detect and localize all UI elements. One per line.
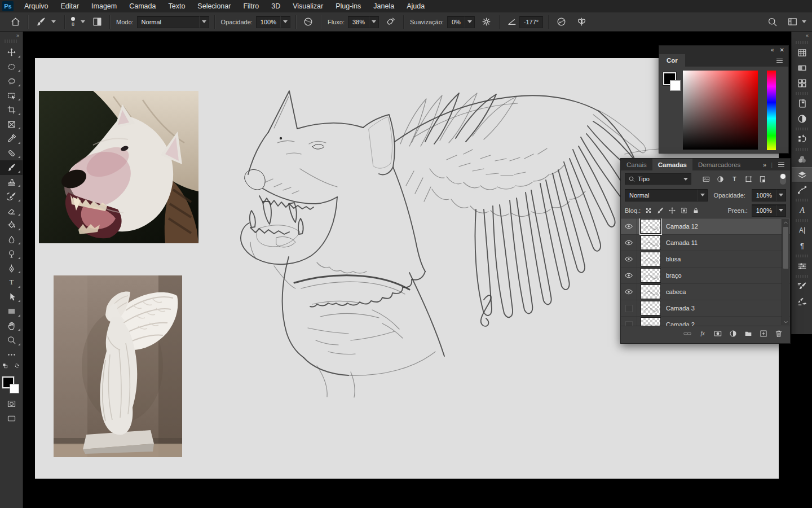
history-icon[interactable] xyxy=(792,132,812,147)
menu-item-imagem[interactable]: Imagem xyxy=(85,0,123,12)
layers-scrollbar[interactable] xyxy=(782,219,789,325)
layer-thumbnail[interactable] xyxy=(641,268,661,283)
layer-thumbnail[interactable] xyxy=(641,317,661,326)
gradients-icon[interactable] xyxy=(792,60,812,76)
filter-adjustment-layers-icon[interactable] xyxy=(713,173,727,185)
brush-tool[interactable] xyxy=(0,160,23,175)
lock-all-icon[interactable] xyxy=(692,207,700,214)
layer-visibility-empty[interactable] xyxy=(621,300,637,316)
brush-size-preview[interactable]: 8 xyxy=(71,17,75,27)
scroll-up-icon[interactable] xyxy=(782,219,789,226)
lock-position-icon[interactable] xyxy=(668,207,676,214)
lock-pixels-icon[interactable] xyxy=(656,207,664,214)
eraser-tool[interactable] xyxy=(0,204,23,218)
delete-layer-icon[interactable] xyxy=(774,329,783,338)
edit-toolbar[interactable] xyxy=(0,348,23,362)
default-colors-icon[interactable] xyxy=(2,363,8,369)
add-layer-mask-icon[interactable] xyxy=(713,329,722,338)
eyedropper-tool[interactable] xyxy=(0,132,23,146)
marquee-tool[interactable] xyxy=(0,60,23,75)
opacity-select[interactable]: 100% xyxy=(256,16,290,28)
layer-styles-icon[interactable]: fx xyxy=(698,329,707,338)
tab-camadas[interactable]: Camadas xyxy=(652,159,692,170)
panel-collapse-icon[interactable]: « xyxy=(771,47,774,53)
scrollbar-thumb[interactable] xyxy=(783,227,788,269)
adjustments-icon[interactable] xyxy=(792,111,812,126)
home-icon[interactable] xyxy=(8,15,23,29)
new-group-icon[interactable] xyxy=(744,329,753,338)
move-tool[interactable] xyxy=(0,45,23,60)
flow-select[interactable]: 38% xyxy=(348,16,379,28)
layer-row[interactable]: Camada 11 xyxy=(621,235,790,251)
layer-thumbnail[interactable] xyxy=(641,301,661,316)
hand-tool[interactable] xyxy=(0,319,23,334)
patterns-icon[interactable] xyxy=(792,76,812,91)
menu-item-selecionar[interactable]: Selecionar xyxy=(191,0,237,12)
angle-input[interactable]: -177° xyxy=(519,16,543,28)
menu-item-filtro[interactable]: Filtro xyxy=(237,0,265,12)
lock-artboard-icon[interactable] xyxy=(680,207,688,214)
menu-item-camada[interactable]: Camada xyxy=(123,0,162,12)
layer-row[interactable]: blusa xyxy=(621,251,790,268)
layer-row[interactable]: cabeca xyxy=(621,284,790,300)
menu-item-visualizar[interactable]: Visualizar xyxy=(286,0,329,12)
character-icon[interactable]: A xyxy=(792,223,812,238)
pressure-size-icon[interactable] xyxy=(554,15,568,29)
layer-thumbnail[interactable] xyxy=(641,284,661,299)
layer-thumbnail[interactable] xyxy=(641,235,661,250)
zoom-tool[interactable] xyxy=(0,333,23,348)
new-layer-icon[interactable] xyxy=(759,329,768,338)
layers-icon[interactable] xyxy=(792,167,812,182)
layer-fill-select[interactable]: 100% xyxy=(752,204,786,217)
dock-grip[interactable] xyxy=(796,275,808,278)
pen-tool[interactable] xyxy=(0,261,23,276)
layer-visibility-eye-icon[interactable] xyxy=(621,218,637,234)
menu-item-editar[interactable]: Editar xyxy=(54,0,85,12)
crop-tool[interactable] xyxy=(0,103,23,117)
dock-grip[interactable] xyxy=(796,128,808,130)
swap-colors-icon[interactable] xyxy=(14,362,20,369)
filter-smart-objects-icon[interactable] xyxy=(756,173,769,185)
paint-bucket-tool[interactable] xyxy=(0,218,23,233)
pressure-opacity-icon[interactable] xyxy=(301,15,316,29)
clone-stamp-tool[interactable] xyxy=(0,175,23,190)
properties-icon[interactable] xyxy=(792,259,812,274)
menu-item-arquivo[interactable]: Arquivo xyxy=(18,0,54,12)
layer-visibility-eye-icon[interactable] xyxy=(621,268,637,283)
paint-symmetry-icon[interactable] xyxy=(574,15,589,29)
history-brush-tool[interactable] xyxy=(0,189,23,204)
workspace-icon[interactable] xyxy=(785,15,800,29)
blur-tool[interactable] xyxy=(0,233,23,247)
layer-row[interactable]: braço xyxy=(621,268,790,284)
filter-type-layers-icon[interactable]: T xyxy=(727,173,741,185)
panel-close-icon[interactable]: ✕ xyxy=(780,47,784,53)
saturation-brightness-field[interactable] xyxy=(683,71,758,150)
glyphs-icon[interactable]: A xyxy=(792,203,812,218)
paths-icon[interactable] xyxy=(792,182,812,198)
tab-canais[interactable]: Canais xyxy=(621,159,652,170)
screen-mode-icon[interactable] xyxy=(0,411,23,426)
background-color-swatch[interactable] xyxy=(10,384,19,393)
brushes-icon[interactable] xyxy=(792,294,812,309)
brush-tool-preset-icon[interactable] xyxy=(33,15,48,29)
gear-icon[interactable] xyxy=(479,15,494,29)
menu-item-texto[interactable]: Texto xyxy=(162,0,191,12)
menu-item-janela[interactable]: Janela xyxy=(367,0,400,12)
dock-grip[interactable] xyxy=(796,199,808,202)
menu-item-ajuda[interactable]: Ajuda xyxy=(400,0,431,12)
panel-menu-icon[interactable] xyxy=(777,160,785,169)
dock-grip[interactable] xyxy=(796,41,808,44)
layer-row[interactable]: Camada 3 xyxy=(621,300,790,317)
layer-visibility-eye-icon[interactable] xyxy=(621,284,637,300)
type-tool[interactable]: T xyxy=(0,275,23,290)
chevron-down-icon[interactable] xyxy=(51,20,56,23)
background-color-swatch[interactable] xyxy=(670,80,681,91)
color-mixer-icon[interactable] xyxy=(792,152,812,167)
lasso-tool[interactable] xyxy=(0,74,23,89)
layer-row[interactable]: Camada 2 xyxy=(621,317,790,326)
quick-mask-icon[interactable] xyxy=(0,397,23,411)
menu-item-plug-ins[interactable]: Plug-ins xyxy=(329,0,367,12)
path-selection-tool[interactable] xyxy=(0,290,23,305)
search-icon[interactable] xyxy=(765,15,779,29)
filter-toggle-switch[interactable] xyxy=(780,173,786,185)
